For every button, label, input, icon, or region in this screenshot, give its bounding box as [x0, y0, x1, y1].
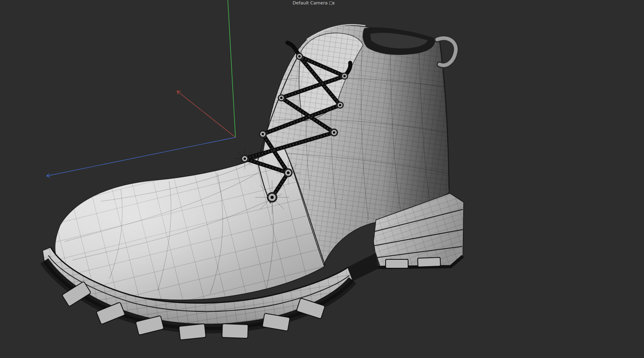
eyelet — [241, 155, 249, 163]
eyelet — [278, 94, 285, 101]
3d-viewport[interactable]: Default Camera — [0, 0, 644, 358]
camera-label-text: Default Camera — [293, 0, 328, 6]
viewport-canvas[interactable] — [0, 0, 644, 358]
eyelet — [341, 72, 348, 80]
eyelet — [284, 168, 293, 177]
eyelet — [267, 192, 277, 203]
eyelet — [296, 53, 303, 60]
eyelet — [330, 128, 338, 137]
eyelet — [259, 130, 267, 138]
camera-menu-icon[interactable] — [329, 1, 334, 5]
eyelet — [336, 101, 344, 109]
camera-label[interactable]: Default Camera — [293, 0, 334, 6]
